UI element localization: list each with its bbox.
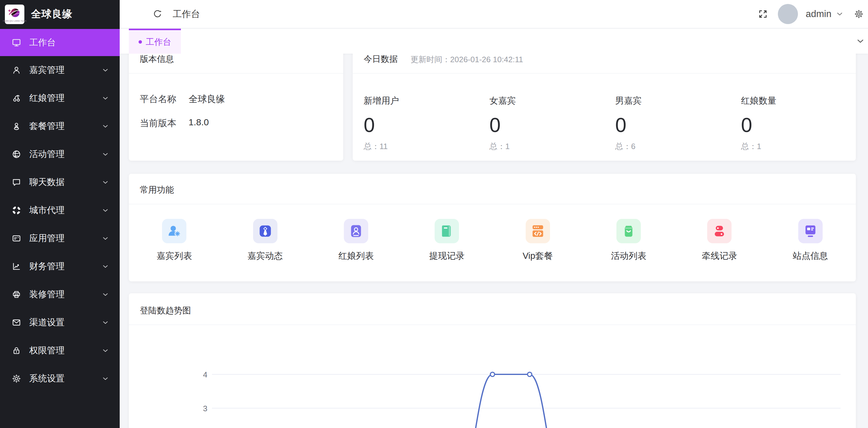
fullscreen-icon[interactable] bbox=[758, 9, 768, 19]
sidebar-item-6[interactable]: 城市代理 bbox=[0, 196, 120, 224]
field-value: 全球良缘 bbox=[188, 93, 225, 106]
chart-card-header: 登陆数趋势图 bbox=[129, 293, 856, 325]
guest-list-icon bbox=[162, 219, 186, 243]
version-field-row: 平台名称全球良缘 bbox=[140, 93, 332, 106]
data-point-marker bbox=[527, 372, 532, 376]
sidebar-item-11[interactable]: 权限管理 bbox=[0, 337, 120, 365]
sidebar-item-label: 系统设置 bbox=[29, 372, 101, 385]
tab-label: 工作台 bbox=[146, 36, 172, 48]
page-title: 工作台 bbox=[173, 8, 200, 21]
sidebar-item-12[interactable]: 系统设置 bbox=[0, 365, 120, 393]
sidebar-item-label: 渠道设置 bbox=[29, 316, 101, 329]
quick-item-label: 站点信息 bbox=[793, 250, 828, 262]
chevron-down-icon bbox=[101, 178, 109, 186]
stat-label: 新增用户 bbox=[364, 95, 478, 107]
sidebar-item-8[interactable]: 财务管理 bbox=[0, 252, 120, 281]
sidebar-item-label: 应用管理 bbox=[29, 232, 101, 245]
settings-gear-icon[interactable] bbox=[854, 9, 864, 19]
version-card-body: 平台名称全球良缘当前版本1.8.0 bbox=[129, 74, 343, 130]
sidebar-item-5[interactable]: 聊天数据 bbox=[0, 168, 120, 196]
stat-column: 红娘数量0总：1 bbox=[730, 95, 856, 152]
tab-active-dot-icon bbox=[138, 40, 142, 44]
navbar-actions: admin bbox=[758, 4, 864, 24]
sidebar-item-label: 城市代理 bbox=[29, 204, 101, 217]
quick-item-label: 牵线记录 bbox=[702, 250, 737, 262]
chevron-down-icon bbox=[101, 375, 109, 382]
field-label: 平台名称 bbox=[140, 93, 188, 106]
quick-card-title: 常用功能 bbox=[140, 185, 174, 195]
avatar[interactable] bbox=[778, 4, 798, 24]
version-info-card: 版本信息 平台名称全球良缘当前版本1.8.0 bbox=[129, 54, 343, 161]
sidebar: HUAN QIU LIANG YUAN 全球良缘 工作台嘉宾管理红娘管理套餐管理… bbox=[0, 0, 120, 428]
stat-total: 总：1 bbox=[490, 141, 604, 152]
sidebar-item-1[interactable]: 嘉宾管理 bbox=[0, 56, 120, 84]
sidebar-item-3[interactable]: 套餐管理 bbox=[0, 112, 120, 140]
globe-logo-icon bbox=[8, 7, 21, 20]
today-data-card: 今日数据 更新时间：2026-01-26 10:42:11 新增用户0总：11女… bbox=[353, 54, 856, 161]
activity-list-icon bbox=[616, 219, 641, 243]
quick-item-2[interactable]: 红娘列表 bbox=[311, 219, 401, 262]
sidebar-item-workbench[interactable]: 工作台 bbox=[0, 29, 120, 56]
quick-item-label: Vip套餐 bbox=[523, 250, 553, 262]
sidebar-logo-row: HUAN QIU LIANG YUAN 全球良缘 bbox=[0, 0, 120, 28]
refresh-icon[interactable] bbox=[153, 9, 162, 19]
user-menu[interactable]: admin bbox=[806, 8, 844, 20]
stat-value: 0 bbox=[490, 115, 604, 135]
sidebar-item-4[interactable]: 活动管理 bbox=[0, 140, 120, 168]
stat-total: 总：11 bbox=[364, 141, 478, 152]
quick-item-5[interactable]: 活动列表 bbox=[583, 219, 674, 262]
sidebar-item-7[interactable]: 应用管理 bbox=[0, 224, 120, 252]
chevron-down-icon bbox=[101, 319, 109, 326]
y-tick-3: 3 bbox=[203, 404, 208, 413]
chat-icon bbox=[11, 177, 21, 187]
stat-total: 总：1 bbox=[741, 141, 856, 152]
sidebar-item-label: 聊天数据 bbox=[29, 176, 101, 189]
chevron-down-icon bbox=[101, 94, 109, 102]
quick-item-1[interactable]: 嘉宾动态 bbox=[220, 219, 310, 262]
sidebar-item-label: 套餐管理 bbox=[29, 120, 101, 132]
chevron-down-icon bbox=[101, 290, 109, 298]
matchmaker-list-icon bbox=[344, 219, 368, 243]
workbench-icon bbox=[11, 38, 21, 48]
trend-line bbox=[455, 374, 567, 428]
main-content: 版本信息 平台名称全球良缘当前版本1.8.0 今日数据 更新时间：2026-01… bbox=[120, 54, 868, 428]
quick-item-4[interactable]: Vip套餐 bbox=[493, 219, 583, 262]
quick-functions-card: 常用功能 嘉宾列表嘉宾动态红娘列表提现记录Vip套餐活动列表牵线记录站点信息 bbox=[129, 174, 856, 281]
tabbar-chevron-down-icon[interactable] bbox=[856, 36, 865, 46]
stat-column: 男嘉宾0总：6 bbox=[604, 95, 730, 152]
stat-value: 0 bbox=[615, 115, 730, 135]
sidebar-item-10[interactable]: 渠道设置 bbox=[0, 309, 120, 337]
field-label: 当前版本 bbox=[140, 117, 188, 130]
quick-item-7[interactable]: 站点信息 bbox=[765, 219, 856, 262]
data-point-marker bbox=[490, 372, 495, 376]
quick-item-3[interactable]: 提现记录 bbox=[401, 219, 492, 262]
match-record-icon bbox=[707, 219, 732, 243]
tab-workbench[interactable]: 工作台 bbox=[129, 29, 181, 54]
top-navbar: 工作台 admin bbox=[120, 0, 868, 28]
today-stats: 新增用户0总：11女嘉宾0总：1男嘉宾0总：6红娘数量0总：1 bbox=[353, 74, 856, 152]
sidebar-item-label: 工作台 bbox=[29, 36, 109, 49]
quick-item-0[interactable]: 嘉宾列表 bbox=[129, 219, 220, 262]
line-chart-svg: 4 3 bbox=[129, 325, 856, 428]
sidebar-item-9[interactable]: 装修管理 bbox=[0, 281, 120, 309]
quick-item-6[interactable]: 牵线记录 bbox=[674, 219, 765, 262]
chevron-down-icon bbox=[101, 122, 109, 130]
brand-title: 全球良缘 bbox=[31, 7, 72, 21]
chart-card-title: 登陆数趋势图 bbox=[140, 306, 191, 315]
quick-item-label: 嘉宾动态 bbox=[248, 250, 283, 262]
field-value: 1.8.0 bbox=[188, 117, 209, 130]
sidebar-item-2[interactable]: 红娘管理 bbox=[0, 84, 120, 112]
city-agent-icon bbox=[11, 205, 21, 215]
matchmaker-icon bbox=[11, 93, 21, 103]
brand-logo-caption: HUAN QIU LIANG YUAN bbox=[3, 20, 26, 22]
stat-value: 0 bbox=[364, 115, 478, 135]
stat-value: 0 bbox=[741, 115, 856, 135]
version-field-row: 当前版本1.8.0 bbox=[140, 117, 332, 130]
sidebar-item-label: 装修管理 bbox=[29, 288, 101, 301]
stat-column: 女嘉宾0总：1 bbox=[478, 95, 604, 152]
sidebar-menu: 工作台嘉宾管理红娘管理套餐管理活动管理聊天数据城市代理应用管理财务管理装修管理渠… bbox=[0, 29, 120, 393]
username: admin bbox=[806, 8, 832, 20]
finance-icon bbox=[11, 262, 21, 271]
decoration-icon bbox=[11, 290, 21, 299]
quick-item-label: 提现记录 bbox=[429, 250, 464, 262]
